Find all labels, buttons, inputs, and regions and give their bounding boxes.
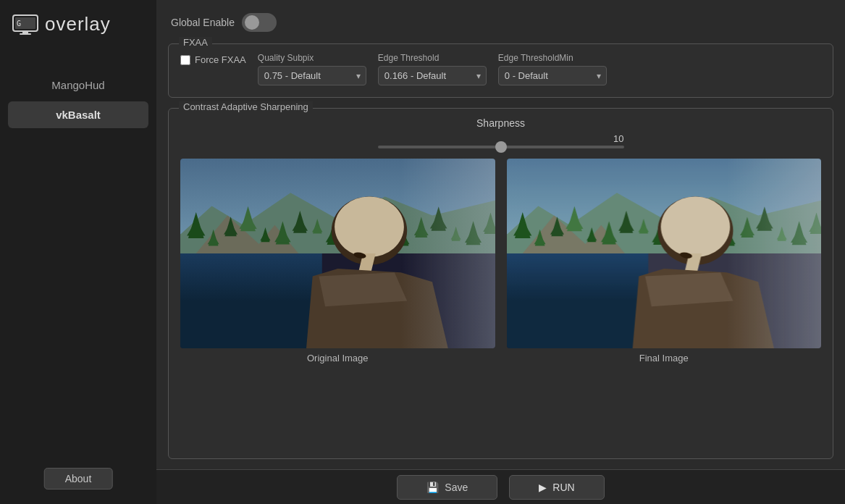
sidebar-nav: MangoHud vkBasalt bbox=[0, 72, 156, 128]
app-logo-icon: G bbox=[12, 14, 39, 35]
edge-threshold-select[interactable]: 0.166 - Default 0.125 0.063 bbox=[378, 66, 487, 85]
sharpness-control: 10 bbox=[378, 133, 624, 148]
quality-subpix-select-wrap: 0.75 - Default 0.5 0.25 0 - Off 1 bbox=[258, 66, 366, 85]
sidebar-item-mangohud[interactable]: MangoHud bbox=[8, 72, 148, 98]
edge-threshold-min-group: Edge ThresholdMin 0 - Default 0.0833 0.0… bbox=[498, 53, 607, 85]
sharpness-row: Sharpness 10 bbox=[180, 117, 821, 148]
app-title: overlay bbox=[45, 13, 111, 35]
final-image-col: Final Image bbox=[507, 159, 822, 364]
quality-subpix-group: Quality Subpix 0.75 - Default 0.5 0.25 0… bbox=[258, 53, 366, 85]
quality-subpix-label: Quality Subpix bbox=[258, 53, 366, 63]
images-row: Original Image Final Image bbox=[180, 159, 821, 364]
sharpness-slider[interactable] bbox=[378, 146, 624, 148]
edge-threshold-min-label: Edge ThresholdMin bbox=[498, 53, 607, 63]
logo-area: G overlay bbox=[0, 0, 156, 43]
about-button-wrap: About bbox=[44, 468, 113, 490]
final-image-canvas bbox=[507, 159, 822, 348]
sharpness-slider-wrap bbox=[378, 146, 624, 148]
run-label: RUN bbox=[552, 482, 574, 493]
edge-threshold-min-select[interactable]: 0 - Default 0.0833 0.0625 bbox=[498, 66, 607, 85]
main-content: Global Enable FXAA Force FXAA Quality Su… bbox=[156, 0, 845, 504]
cas-panel: Contrast Adaptive Sharpening Sharpness 1… bbox=[168, 108, 833, 459]
fxaa-controls: Force FXAA Quality Subpix 0.75 - Default… bbox=[180, 53, 821, 85]
final-image-label: Final Image bbox=[639, 353, 689, 364]
force-fxaa-checkbox-row: Force FXAA bbox=[180, 54, 246, 65]
about-button[interactable]: About bbox=[44, 468, 113, 490]
fxaa-panel-label: FXAA bbox=[179, 37, 212, 48]
save-button[interactable]: 💾 Save bbox=[397, 475, 497, 500]
svg-rect-2 bbox=[22, 31, 28, 33]
sidebar-item-vkbasalt[interactable]: vkBasalt bbox=[8, 101, 148, 128]
fxaa-panel: FXAA Force FXAA Quality Subpix 0.75 - De… bbox=[168, 43, 833, 98]
toggle-knob bbox=[245, 15, 259, 30]
force-fxaa-label: Force FXAA bbox=[195, 54, 246, 65]
sharpness-label: Sharpness bbox=[476, 117, 525, 129]
original-image-label: Original Image bbox=[307, 353, 369, 364]
sidebar: G overlay MangoHud vkBasalt About bbox=[0, 0, 156, 504]
global-enable-label: Global Enable bbox=[171, 17, 235, 28]
edge-threshold-group: Edge Threshold 0.166 - Default 0.125 0.0… bbox=[378, 53, 487, 85]
svg-text:G: G bbox=[17, 20, 21, 28]
original-image-canvas bbox=[180, 159, 495, 348]
svg-rect-3 bbox=[20, 33, 31, 35]
bottom-bar: 💾 Save ▶ RUN bbox=[156, 469, 845, 504]
edge-threshold-select-wrap: 0.166 - Default 0.125 0.063 bbox=[378, 66, 487, 85]
run-icon: ▶ bbox=[539, 482, 547, 493]
final-image bbox=[507, 159, 822, 348]
global-enable-toggle[interactable] bbox=[242, 13, 277, 32]
cas-panel-label: Contrast Adaptive Sharpening bbox=[179, 101, 313, 112]
edge-threshold-min-select-wrap: 0 - Default 0.0833 0.0625 bbox=[498, 66, 607, 85]
force-fxaa-checkbox[interactable] bbox=[180, 55, 190, 65]
save-label: Save bbox=[445, 482, 468, 493]
run-button[interactable]: ▶ RUN bbox=[509, 475, 604, 500]
original-image bbox=[180, 159, 495, 348]
edge-threshold-label: Edge Threshold bbox=[378, 53, 487, 63]
save-icon: 💾 bbox=[426, 482, 439, 493]
global-enable-row: Global Enable bbox=[168, 10, 833, 33]
original-image-col: Original Image bbox=[180, 159, 495, 364]
quality-subpix-select[interactable]: 0.75 - Default 0.5 0.25 0 - Off 1 bbox=[258, 66, 366, 85]
fxaa-dropdowns: Quality Subpix 0.75 - Default 0.5 0.25 0… bbox=[258, 53, 821, 85]
